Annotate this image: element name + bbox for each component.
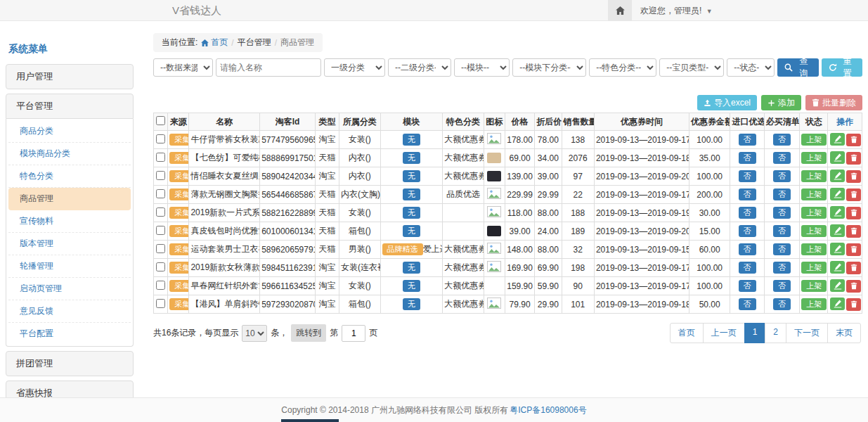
status-badge[interactable]: 上架	[801, 280, 827, 292]
sidebar-item-3[interactable]: 省惠快报	[6, 381, 134, 397]
edit-button[interactable]	[830, 224, 845, 237]
pager-item-2[interactable]: 1	[744, 323, 766, 343]
imported-toggle[interactable]: 否	[739, 262, 756, 274]
status-badge[interactable]: 上架	[801, 188, 827, 200]
imported-toggle[interactable]: 否	[739, 243, 756, 255]
delete-button[interactable]	[846, 152, 861, 165]
status-badge[interactable]: 上架	[801, 262, 827, 274]
filter-select-6[interactable]: --特色分类--	[589, 58, 656, 77]
user-menu[interactable]: 欢迎您，管理员! ▼	[640, 5, 713, 17]
must-buy-toggle[interactable]: 否	[773, 243, 791, 255]
imported-toggle[interactable]: 否	[739, 188, 756, 200]
edit-button[interactable]	[830, 188, 845, 200]
status-badge[interactable]: 上架	[801, 243, 827, 255]
sidebar-subitem-8[interactable]: 意见反馈	[8, 300, 131, 323]
must-buy-toggle[interactable]: 否	[773, 262, 791, 274]
delete-button[interactable]	[846, 170, 861, 183]
search-button[interactable]: 查询	[777, 58, 818, 77]
pager-item-3[interactable]: 2	[765, 323, 786, 343]
must-buy-toggle[interactable]: 否	[773, 280, 791, 292]
imported-toggle[interactable]: 否	[739, 280, 756, 292]
row-checkbox[interactable]	[156, 281, 165, 290]
sidebar-subitem-0[interactable]: 商品分类	[8, 120, 131, 143]
batch-delete-button[interactable]: 批量删除	[805, 95, 862, 110]
imported-toggle[interactable]: 否	[739, 134, 756, 146]
per-page-select[interactable]: 10	[242, 325, 267, 342]
sidebar-subitem-5[interactable]: 版本管理	[8, 233, 131, 255]
import-excel-button[interactable]: 导入excel	[697, 95, 757, 110]
sidebar-subitem-9[interactable]: 平台配置	[8, 323, 131, 345]
row-checkbox[interactable]	[156, 189, 165, 198]
must-buy-toggle[interactable]: 否	[773, 298, 791, 310]
row-checkbox[interactable]	[156, 153, 165, 162]
breadcrumb-item[interactable]: 平台管理	[238, 37, 271, 49]
delete-button[interactable]	[846, 280, 861, 293]
status-badge[interactable]: 上架	[801, 207, 827, 219]
filter-select-8[interactable]: --状态--	[727, 58, 775, 77]
select-all-checkbox[interactable]	[156, 116, 165, 125]
edit-button[interactable]	[830, 261, 845, 274]
sidebar-item-2[interactable]: 拼团管理	[6, 351, 134, 376]
status-badge[interactable]: 上架	[801, 298, 827, 310]
pager-item-0[interactable]: 首页	[670, 323, 704, 343]
delete-button[interactable]	[846, 225, 861, 238]
must-buy-toggle[interactable]: 否	[773, 152, 791, 164]
edit-button[interactable]	[830, 151, 845, 164]
sidebar-subitem-1[interactable]: 模块商品分类	[8, 143, 131, 165]
filter-select-4[interactable]: --模块--	[454, 58, 510, 77]
filter-select-3[interactable]: --二级分类--	[388, 58, 451, 77]
delete-button[interactable]	[846, 134, 861, 146]
sidebar-item-0[interactable]: 用户管理	[6, 64, 134, 89]
must-buy-toggle[interactable]: 否	[773, 225, 791, 237]
filter-select-0[interactable]: --数据来源--	[153, 58, 213, 77]
delete-button[interactable]	[846, 262, 861, 274]
edit-button[interactable]	[830, 279, 845, 292]
must-buy-toggle[interactable]: 否	[773, 207, 791, 219]
filter-select-2[interactable]: 一级分类	[324, 58, 385, 77]
edit-button[interactable]	[830, 243, 845, 255]
filter-select-5[interactable]: --模块下分类--	[512, 58, 586, 77]
reset-button[interactable]: 重置	[822, 58, 862, 77]
must-buy-toggle[interactable]: 否	[773, 188, 791, 200]
row-checkbox[interactable]	[156, 226, 165, 235]
row-checkbox[interactable]	[156, 299, 165, 308]
imported-toggle[interactable]: 否	[739, 225, 756, 237]
edit-button[interactable]	[830, 170, 845, 182]
status-badge[interactable]: 上架	[801, 225, 827, 237]
sidebar-subitem-7[interactable]: 启动页管理	[8, 278, 131, 300]
sidebar-subitem-4[interactable]: 宣传物料	[8, 210, 131, 233]
edit-button[interactable]	[830, 133, 845, 146]
sidebar-subitem-3[interactable]: 商品管理	[8, 188, 131, 210]
jump-page-input[interactable]	[342, 325, 365, 342]
edit-button[interactable]	[830, 298, 845, 310]
row-checkbox[interactable]	[156, 262, 165, 271]
sidebar-subitem-2[interactable]: 特色分类	[8, 165, 131, 188]
icp-link[interactable]: 粤ICP备16098006号	[510, 404, 586, 416]
sidebar-item-1[interactable]: 平台管理	[6, 94, 134, 119]
imported-toggle[interactable]: 否	[739, 152, 756, 164]
status-badge[interactable]: 上架	[801, 134, 827, 146]
status-badge[interactable]: 上架	[801, 170, 827, 182]
delete-button[interactable]	[846, 243, 861, 256]
pager-item-5[interactable]: 末页	[827, 323, 861, 343]
imported-toggle[interactable]: 否	[739, 170, 756, 182]
row-checkbox[interactable]	[156, 207, 165, 217]
sidebar-subitem-6[interactable]: 轮播管理	[8, 255, 131, 278]
filter-select-7[interactable]: --宝贝类型--	[659, 58, 724, 77]
home-button[interactable]	[608, 0, 632, 21]
name-search-input[interactable]	[216, 58, 321, 77]
pager-item-4[interactable]: 下一页	[786, 323, 828, 343]
delete-button[interactable]	[846, 188, 861, 201]
edit-button[interactable]	[830, 206, 845, 219]
row-checkbox[interactable]	[156, 171, 165, 180]
delete-button[interactable]	[846, 207, 861, 219]
horizontal-scrollbar-thumb[interactable]	[281, 419, 339, 422]
row-checkbox[interactable]	[156, 134, 165, 143]
breadcrumb-home-link[interactable]: 首页	[201, 37, 228, 49]
delete-button[interactable]	[846, 298, 861, 311]
status-badge[interactable]: 上架	[801, 152, 827, 164]
jump-button[interactable]: 跳转到	[291, 324, 326, 342]
pager-item-1[interactable]: 上一页	[703, 323, 745, 343]
row-checkbox[interactable]	[156, 244, 165, 253]
imported-toggle[interactable]: 否	[739, 298, 756, 310]
